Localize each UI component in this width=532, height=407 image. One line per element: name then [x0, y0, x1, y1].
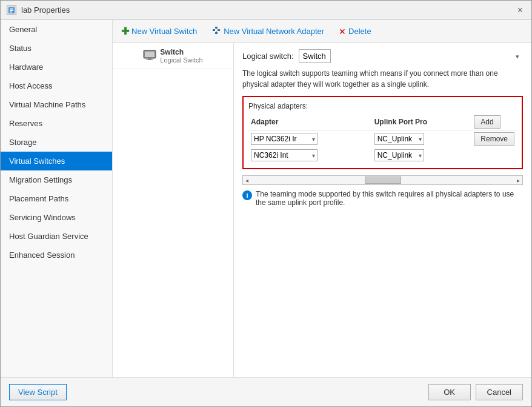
svg-rect-13 [145, 52, 155, 57]
content-area: ✚ New Virtual Switch New Virtual Network… [113, 20, 531, 377]
sidebar-item-storage[interactable]: Storage [1, 133, 112, 152]
window-body: General Status Hardware Host Access Virt… [1, 20, 531, 377]
adapter-select-2[interactable]: NC362i Int [251, 149, 318, 161]
delete-label: Delete [348, 27, 371, 36]
switch-list: Switch Logical Switch [113, 43, 234, 377]
logical-switch-select[interactable]: Switch [299, 49, 331, 63]
sidebar-item-reserves[interactable]: Reserves [1, 114, 112, 133]
physical-adapters-table: Adapter Uplink Port Pro Add [248, 114, 517, 163]
view-script-button[interactable]: View Script [9, 384, 67, 400]
scroll-right-arrow[interactable]: ▸ [514, 177, 522, 184]
switch-sub: Logical Switch [160, 56, 202, 64]
switch-detail: Logical switch: Switch The logical switc… [234, 43, 531, 377]
sidebar-item-virtual-machine-paths[interactable]: Virtual Machine Paths [1, 95, 112, 114]
uplink-select-wrap-1: NC_Uplink [374, 133, 424, 145]
svg-rect-3 [10, 12, 12, 13]
title-bar: lab Properties × [1, 1, 531, 20]
svg-rect-14 [148, 58, 151, 59]
logical-switch-label: Logical switch: [242, 52, 294, 61]
sidebar-item-servicing-windows[interactable]: Servicing Windows [1, 208, 112, 227]
scrollbar-thumb[interactable] [365, 177, 401, 184]
info-icon: i [242, 190, 252, 200]
new-virtual-network-adapter-button[interactable]: New Virtual Network Adapter [209, 24, 327, 38]
new-virtual-switch-button[interactable]: ✚ New Virtual Switch [119, 24, 199, 38]
svg-rect-1 [10, 8, 13, 10]
info-text: The teaming mode supported by this switc… [256, 190, 523, 207]
sidebar-item-host-guardian-service[interactable]: Host Guardian Service [1, 227, 112, 246]
window-icon [7, 5, 16, 15]
footer-left: View Script [9, 384, 67, 400]
remove-button[interactable]: Remove [474, 132, 514, 146]
physical-adapters-title: Physical adapters: [248, 102, 517, 110]
switch-list-item[interactable]: Switch Logical Switch [113, 43, 233, 69]
sidebar-item-virtual-switches[interactable]: Virtual Switches [1, 152, 112, 170]
delete-icon: ✕ [339, 27, 346, 36]
sidebar-item-status[interactable]: Status [1, 39, 112, 58]
main-window: lab Properties × General Status Hardware… [0, 0, 532, 407]
svg-rect-15 [146, 59, 153, 60]
adapter-select-1[interactable]: HP NC362i Ir [251, 133, 318, 145]
sidebar-item-migration-settings[interactable]: Migration Settings [1, 170, 112, 189]
adapter-select-wrap-2: NC362i Int [251, 149, 318, 161]
sidebar-item-hardware[interactable]: Hardware [1, 58, 112, 76]
logical-switch-row: Logical switch: Switch [242, 49, 523, 63]
table-row: NC362i Int NC_Uplink [248, 147, 517, 163]
svg-rect-2 [10, 10, 13, 11]
table-row: HP NC362i Ir NC_Uplink [248, 130, 517, 148]
col-uplink: Uplink Port Pro [372, 114, 472, 130]
sidebar-item-placement-paths[interactable]: Placement Paths [1, 189, 112, 208]
col-adapter: Adapter [248, 114, 372, 130]
sidebar: General Status Hardware Host Access Virt… [1, 20, 113, 377]
add-button[interactable]: Add [474, 115, 500, 129]
sidebar-item-enhanced-session[interactable]: Enhanced Session [1, 246, 112, 264]
horizontal-scrollbar[interactable]: ◂ ▸ [242, 175, 523, 185]
adapter-select-wrap-1: HP NC362i Ir [251, 133, 318, 145]
switch-monitor-icon [143, 50, 156, 62]
description-text: The logical switch supports teaming whic… [242, 68, 523, 90]
scroll-left-arrow[interactable]: ◂ [243, 177, 251, 184]
close-button[interactable]: × [515, 5, 525, 15]
footer: View Script OK Cancel [1, 377, 531, 406]
ok-button[interactable]: OK [428, 384, 471, 400]
uplink-select-2[interactable]: NC_Uplink [374, 149, 424, 161]
delete-button[interactable]: ✕ Delete [336, 25, 374, 38]
logical-switch-select-wrap: Switch [299, 49, 523, 63]
footer-right: OK Cancel [428, 384, 523, 400]
uplink-select-wrap-2: NC_Uplink [374, 149, 424, 161]
sidebar-item-host-access[interactable]: Host Access [1, 76, 112, 95]
plus-icon: ✚ [121, 25, 129, 37]
svg-rect-6 [215, 27, 218, 29]
new-virtual-switch-label: New Virtual Switch [131, 27, 197, 36]
window-title: lab Properties [21, 5, 70, 15]
toolbar: ✚ New Virtual Switch New Virtual Network… [113, 20, 531, 43]
network-icon [211, 25, 221, 37]
svg-rect-7 [215, 32, 218, 34]
switch-name: Switch [160, 48, 202, 56]
sidebar-item-general[interactable]: General [1, 20, 112, 39]
physical-adapters-box: Physical adapters: Adapter Uplink Port P… [242, 96, 523, 169]
info-row: i The teaming mode supported by this swi… [242, 190, 523, 207]
cancel-button[interactable]: Cancel [476, 384, 523, 400]
main-content: Switch Logical Switch Logical switch: S [113, 43, 531, 377]
new-virtual-network-adapter-label: New Virtual Network Adapter [224, 27, 324, 36]
uplink-select-1[interactable]: NC_Uplink [374, 133, 424, 145]
